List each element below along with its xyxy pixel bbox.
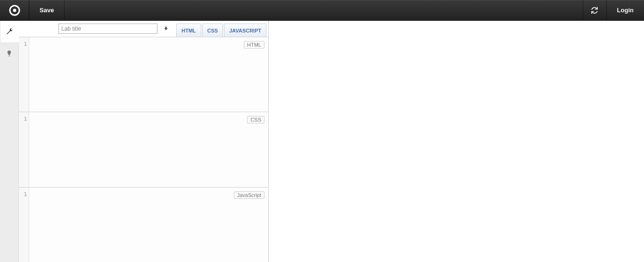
- refresh-icon: [591, 7, 598, 14]
- line-number: 1: [24, 116, 27, 122]
- svg-point-1: [13, 8, 16, 12]
- refresh-button[interactable]: [583, 0, 606, 20]
- save-label: Save: [40, 7, 54, 14]
- topbar: Save Login: [0, 0, 644, 21]
- pane-badge-html[interactable]: HTML: [244, 41, 264, 49]
- login-button[interactable]: Login: [606, 0, 644, 20]
- sidebar-item-hints[interactable]: [0, 42, 18, 64]
- topbar-right: Login: [583, 0, 644, 20]
- gutter-html: 1: [19, 37, 29, 112]
- editor-tabs: HTML CSS JAVASCRIPT: [176, 21, 267, 37]
- code-area-css[interactable]: CSS: [29, 112, 268, 187]
- pane-badge-css[interactable]: CSS: [247, 116, 264, 123]
- collapse-button[interactable]: [160, 24, 172, 34]
- lab-title-input[interactable]: [58, 24, 157, 34]
- logo-icon: [9, 5, 20, 16]
- editors-column: HTML CSS JAVASCRIPT 1 HTML: [19, 21, 269, 262]
- pane-js: 1 JavaScript: [19, 187, 268, 262]
- line-number: 1: [24, 41, 27, 47]
- gutter-css: 1: [19, 112, 29, 187]
- preview-pane[interactable]: [269, 21, 644, 262]
- arrow-down-icon: [163, 26, 169, 32]
- pane-badge-js[interactable]: JavaScript: [234, 191, 264, 199]
- body: HTML CSS JAVASCRIPT 1 HTML: [0, 21, 644, 262]
- gutter-js: 1: [19, 188, 29, 262]
- pane-html: 1 HTML: [19, 37, 268, 112]
- tab-html[interactable]: HTML: [176, 24, 201, 37]
- logo[interactable]: [0, 0, 29, 20]
- wrench-icon: [6, 28, 13, 35]
- tab-html-label: HTML: [182, 28, 196, 33]
- save-button[interactable]: Save: [29, 0, 65, 20]
- lightbulb-icon: [6, 50, 13, 57]
- topbar-left: Save: [0, 0, 65, 20]
- sidebar: [0, 21, 19, 262]
- sidebar-item-settings[interactable]: [0, 21, 19, 42]
- editors-stack: 1 HTML 1 CSS 1 JavaScript: [19, 37, 268, 262]
- tab-css[interactable]: CSS: [202, 24, 223, 37]
- code-area-html[interactable]: HTML: [29, 37, 268, 112]
- tab-javascript[interactable]: JAVASCRIPT: [224, 24, 266, 37]
- tab-css-label: CSS: [207, 28, 218, 33]
- code-area-js[interactable]: JavaScript: [29, 188, 268, 262]
- pane-css: 1 CSS: [19, 112, 268, 187]
- login-label: Login: [617, 7, 634, 14]
- editors-toolbar: HTML CSS JAVASCRIPT: [19, 21, 268, 37]
- line-number: 1: [24, 191, 27, 197]
- tab-js-label: JAVASCRIPT: [229, 28, 261, 33]
